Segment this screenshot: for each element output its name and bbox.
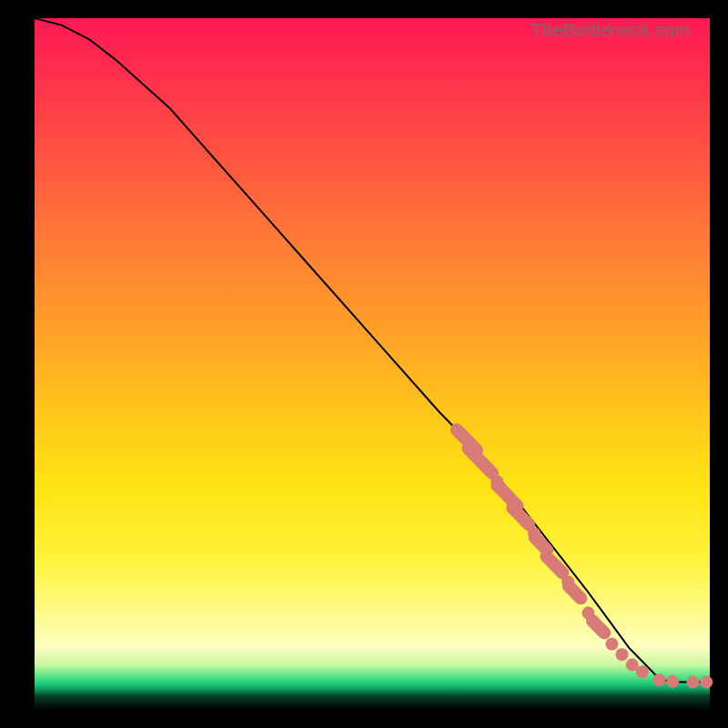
data-marker-dot xyxy=(686,676,699,689)
data-marker-dot xyxy=(605,638,618,651)
data-marker-pill xyxy=(546,556,562,572)
data-marker-pill xyxy=(592,621,604,633)
data-marker-dot xyxy=(616,648,629,661)
chart-svg xyxy=(35,18,710,710)
data-marker-dot xyxy=(666,675,679,688)
markers-layer xyxy=(457,430,713,688)
chart-frame: TheBottleneck.com xyxy=(0,0,728,728)
curve-layer xyxy=(35,18,710,682)
data-marker-pill xyxy=(512,508,529,524)
data-marker-dot xyxy=(636,665,649,678)
data-marker-pill xyxy=(535,538,547,551)
data-marker-dot xyxy=(700,676,713,689)
data-marker-dot xyxy=(652,673,665,686)
data-marker-pill xyxy=(569,586,581,599)
data-marker-pill xyxy=(468,449,492,473)
plot-area: TheBottleneck.com xyxy=(35,18,710,710)
curve-line xyxy=(35,18,710,682)
